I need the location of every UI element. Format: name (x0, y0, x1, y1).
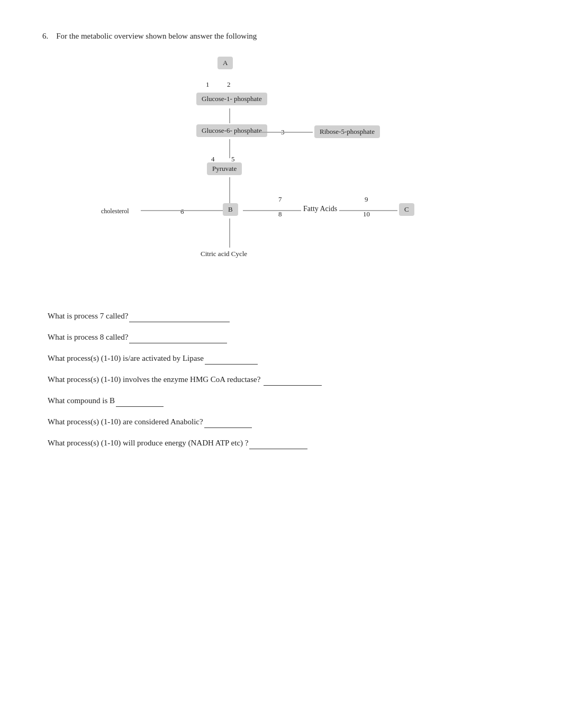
node-glucose6p: Glucose-6- phosphate (196, 124, 267, 137)
q7-text: What is process 7 called? (48, 312, 230, 320)
question-number: 6. (42, 32, 48, 40)
question-8: What is process 8 called? (48, 332, 520, 343)
arrow-chol-B (141, 210, 223, 211)
question-anabolic: What process(s) (1-10) are considered An… (48, 416, 520, 428)
arrow-g6p-down (229, 139, 230, 158)
question-header: 6. For the metabolic overview shown belo… (42, 32, 520, 41)
arrow-B-citric (229, 219, 230, 248)
node-citric: Citric acid Cycle (201, 250, 247, 258)
question-energy: What process(s) (1-10) will produce ener… (48, 438, 520, 449)
qhmg-text: What process(s) (1-10) involves the enzy… (48, 375, 322, 384)
label-10: 10 (363, 210, 370, 219)
node-ribose5p: Ribose-5-phosphate (314, 125, 380, 138)
node-C: C (399, 203, 414, 216)
question-lipase: What process(s) (1-10) is/are activated … (48, 353, 520, 365)
node-fatty-acids: Fatty Acids (303, 205, 337, 213)
label-2: 2 (227, 80, 231, 89)
arrow-g6p-ribose (260, 132, 313, 133)
question-hmg: What process(s) (1-10) involves the enzy… (48, 374, 520, 386)
arrow-B-fatty (243, 210, 301, 211)
label-9: 9 (365, 195, 368, 204)
label-7: 7 (278, 195, 282, 204)
question-text: For the metabolic overview shown below a… (56, 32, 257, 40)
question-7: What is process 7 called? (48, 311, 520, 322)
q8-text: What is process 8 called? (48, 333, 227, 341)
arrow-g1p-down (229, 108, 230, 123)
node-pyruvate: Pyruvate (207, 162, 242, 175)
questions-section: What is process 7 called? What is proces… (42, 311, 520, 449)
label-6: 6 (180, 207, 184, 216)
node-B: B (223, 203, 238, 216)
qlipase-text: What process(s) (1-10) is/are activated … (48, 354, 258, 362)
label-1: 1 (206, 80, 210, 89)
qb-text: What compound is B (48, 396, 164, 405)
arrow-fatty-C (339, 210, 397, 211)
label-8: 8 (278, 210, 282, 219)
qenergy-text: What process(s) (1-10) will produce ener… (48, 439, 307, 447)
metabolic-diagram: A 1 2 Glucose-1- phosphate Glucose-6- ph… (96, 51, 456, 305)
qanabolic-text: What process(s) (1-10) are considered An… (48, 417, 252, 426)
node-cholesterol: cholesterol (101, 207, 129, 215)
question-compound-b: What compound is B (48, 395, 520, 407)
arrow-pyr-down (229, 177, 230, 204)
node-glucose1p: Glucose-1- phosphate (196, 93, 267, 105)
node-A: A (217, 57, 233, 69)
